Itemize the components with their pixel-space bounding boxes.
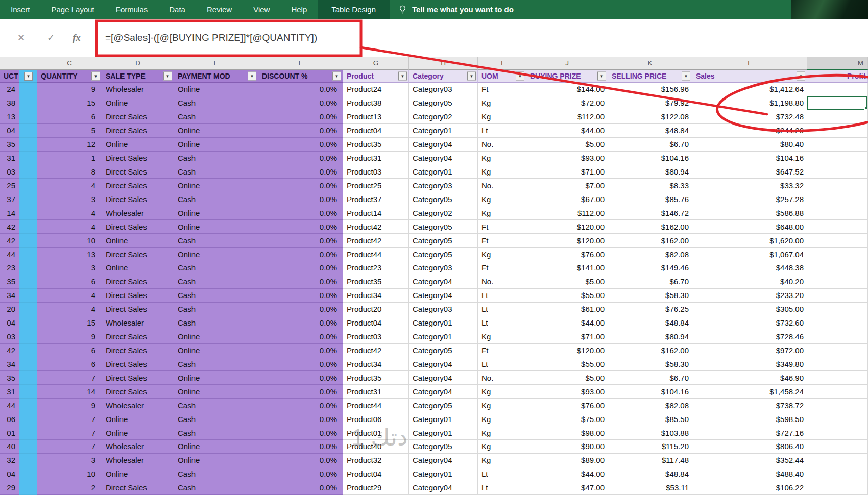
cell-sale-type[interactable]: Direct Sales — [102, 247, 174, 261]
cell-sales[interactable]: $106.22 — [692, 481, 807, 495]
cell-product-id[interactable]: 14 — [0, 206, 19, 220]
cell-selling-price[interactable]: $162.00 — [608, 234, 692, 247]
cell-date[interactable] — [19, 124, 37, 138]
cell-uom[interactable]: No. — [478, 179, 526, 192]
cell-discount[interactable]: 0.0% — [258, 152, 343, 165]
cell-product-id[interactable]: 42 — [0, 344, 19, 358]
cell-category[interactable]: Category02 — [409, 206, 478, 220]
cell-quantity[interactable]: 6 — [37, 357, 102, 371]
cell-uom[interactable]: Lt — [478, 289, 526, 303]
cell-product[interactable]: Product13 — [343, 110, 409, 124]
cell-quantity[interactable]: 10 — [37, 467, 102, 481]
cell-sale-type[interactable]: Direct Sales — [102, 481, 174, 495]
cell-sale-type[interactable]: Direct Sales — [102, 289, 174, 303]
cell-category[interactable]: Category03 — [409, 179, 478, 192]
cell-selling-price[interactable]: $53.11 — [608, 481, 692, 495]
cell-sale-type[interactable]: Wholesaler — [102, 83, 174, 96]
cell-selling-price[interactable]: $6.70 — [608, 275, 692, 289]
cell-sale-type[interactable]: Direct Sales — [102, 124, 174, 138]
cell-product[interactable]: Product31 — [343, 385, 409, 399]
cell-sale-type[interactable]: Wholesaler — [102, 316, 174, 330]
cell-sales[interactable]: $305.00 — [692, 303, 807, 316]
cell-profit[interactable] — [807, 412, 868, 426]
cell-date[interactable] — [19, 344, 37, 358]
cell-quantity[interactable]: 7 — [37, 440, 102, 454]
cell-category[interactable]: Category04 — [409, 481, 478, 495]
cell-profit[interactable] — [807, 83, 868, 96]
cell-profit[interactable] — [807, 275, 868, 289]
cell-category[interactable]: Category01 — [409, 124, 478, 138]
cell-payment-mode[interactable]: Cash — [174, 165, 258, 179]
cell-uom[interactable]: Ft — [478, 83, 526, 96]
cell-uom[interactable]: Lt — [478, 481, 526, 495]
cell-selling-price[interactable]: $162.00 — [608, 344, 692, 358]
cell-payment-mode[interactable]: Cash — [174, 467, 258, 481]
cell-quantity[interactable]: 3 — [37, 192, 102, 206]
cell-uom[interactable]: Lt — [478, 357, 526, 371]
tab-view[interactable]: View — [243, 0, 280, 19]
cell-product-id[interactable]: 42 — [0, 234, 19, 247]
cell-buying-prize[interactable]: $44.00 — [526, 467, 608, 481]
cell-quantity[interactable]: 4 — [37, 220, 102, 234]
cell-uom[interactable]: Kg — [478, 247, 526, 261]
cell-buying-prize[interactable]: $89.00 — [526, 454, 608, 467]
table-header-profit[interactable]: Profit — [807, 70, 868, 83]
table-header-category[interactable]: Category▼ — [409, 70, 478, 83]
cell-product-id[interactable]: 06 — [0, 412, 19, 426]
cell-uom[interactable]: Lt — [478, 124, 526, 138]
cell-profit[interactable] — [807, 385, 868, 399]
cell-date[interactable] — [19, 83, 37, 96]
cell-discount[interactable]: 0.0% — [258, 303, 343, 316]
cell-quantity[interactable]: 9 — [37, 330, 102, 344]
table-header-uom[interactable]: UOM▼ — [478, 70, 526, 83]
cell-payment-mode[interactable]: Online — [174, 371, 258, 385]
table-header-selling-price[interactable]: SELLING PRICE▼ — [608, 70, 692, 83]
cell-category[interactable]: Category05 — [409, 399, 478, 412]
cell-date[interactable] — [19, 275, 37, 289]
cell-payment-mode[interactable]: Cash — [174, 481, 258, 495]
cell-payment-mode[interactable]: Cash — [174, 275, 258, 289]
cell-quantity[interactable]: 13 — [37, 247, 102, 261]
cell-category[interactable]: Category01 — [409, 412, 478, 426]
cell-uom[interactable]: No. — [478, 371, 526, 385]
cell-discount[interactable]: 0.0% — [258, 247, 343, 261]
cell-category[interactable]: Category04 — [409, 357, 478, 371]
cell-sale-type[interactable]: Direct Sales — [102, 110, 174, 124]
cell-discount[interactable]: 0.0% — [258, 83, 343, 96]
cell-sale-type[interactable]: Online — [102, 234, 174, 247]
column-letter-M[interactable]: M — [807, 57, 868, 70]
cell-buying-prize[interactable]: $55.00 — [526, 357, 608, 371]
cell-discount[interactable]: 0.0% — [258, 206, 343, 220]
cell-sale-type[interactable]: Online — [102, 412, 174, 426]
cell-profit[interactable] — [807, 399, 868, 412]
cell-selling-price[interactable]: $6.70 — [608, 371, 692, 385]
cell-discount[interactable]: 0.0% — [258, 357, 343, 371]
cell-profit[interactable] — [807, 138, 868, 152]
cell-buying-prize[interactable]: $141.00 — [526, 261, 608, 275]
filter-dropdown-icon[interactable]: ▼ — [682, 72, 690, 81]
cell-product-id[interactable]: 35 — [0, 275, 19, 289]
table-header-product[interactable]: Product▼ — [343, 70, 409, 83]
cell-discount[interactable]: 0.0% — [258, 467, 343, 481]
cell-quantity[interactable]: 7 — [37, 412, 102, 426]
cell-uom[interactable]: Ft — [478, 220, 526, 234]
cell-date[interactable] — [19, 316, 37, 330]
cell-product[interactable]: Product23 — [343, 261, 409, 275]
cell-product[interactable]: Product34 — [343, 289, 409, 303]
cell-product-id[interactable]: 29 — [0, 481, 19, 495]
filter-dropdown-icon[interactable]: ▼ — [248, 72, 256, 81]
cell-sale-type[interactable]: Direct Sales — [102, 371, 174, 385]
cell-payment-mode[interactable]: Cash — [174, 192, 258, 206]
cell-product[interactable]: Product44 — [343, 247, 409, 261]
cell-product-id[interactable]: 35 — [0, 138, 19, 152]
table-header-sales[interactable]: Sales▼ — [692, 70, 807, 83]
cell-sales[interactable]: $728.46 — [692, 330, 807, 344]
cell-product-id[interactable]: 24 — [0, 83, 19, 96]
cell-profit[interactable] — [807, 96, 868, 110]
cell-buying-prize[interactable]: $7.00 — [526, 179, 608, 192]
cell-buying-prize[interactable]: $71.00 — [526, 165, 608, 179]
cell-profit[interactable] — [807, 179, 868, 192]
cell-selling-price[interactable]: $58.30 — [608, 357, 692, 371]
cell-discount[interactable]: 0.0% — [258, 110, 343, 124]
cell-discount[interactable]: 0.0% — [258, 138, 343, 152]
